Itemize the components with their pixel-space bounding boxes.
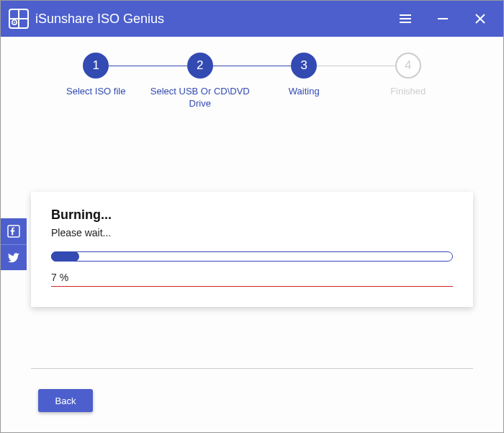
step-label: Waiting — [289, 86, 320, 98]
progress-title: Burning... — [51, 207, 453, 223]
step-circle: 3 — [291, 53, 317, 79]
twitter-icon[interactable] — [1, 244, 27, 270]
step-label: Select USB Or CD\DVD Drive — [150, 86, 251, 110]
svg-marker-11 — [1, 303, 231, 432]
step-2: 2 Select USB Or CD\DVD Drive — [148, 53, 253, 110]
step-3: 3 Waiting — [252, 53, 356, 98]
back-button[interactable]: Back — [38, 389, 93, 412]
step-label: Finished — [390, 86, 426, 98]
progress-percent: 7 % — [51, 272, 453, 283]
progress-bar — [51, 251, 453, 262]
step-circle: 4 — [395, 53, 421, 79]
app-logo-icon — [8, 8, 30, 30]
app-window: iSunshare ISO Genius 1 Select ISO file 2… — [0, 0, 504, 433]
footer-divider — [31, 368, 473, 369]
svg-marker-14 — [289, 353, 504, 432]
app-title: iSunshare ISO Genius — [35, 12, 397, 27]
menu-icon[interactable] — [397, 10, 414, 27]
social-sidebar — [1, 218, 27, 270]
minimize-icon[interactable] — [434, 10, 451, 27]
step-indicator: 1 Select ISO file 2 Select USB Or CD\DVD… — [1, 53, 503, 110]
progress-panel: Burning... Please wait... 7 % — [31, 192, 473, 307]
title-bar: iSunshare ISO Genius — [1, 1, 503, 37]
window-controls — [397, 10, 496, 27]
svg-marker-13 — [130, 367, 346, 432]
step-label: Select ISO file — [66, 86, 125, 98]
step-circle: 1 — [83, 53, 109, 79]
svg-marker-12 — [1, 310, 166, 432]
progress-underline — [51, 286, 453, 287]
progress-bar-fill — [51, 251, 79, 262]
step-4: 4 Finished — [356, 53, 461, 98]
step-circle: 2 — [187, 53, 213, 79]
facebook-icon[interactable] — [1, 218, 27, 244]
step-1: 1 Select ISO file — [44, 53, 148, 98]
background-illustration — [1, 303, 504, 432]
svg-point-4 — [14, 22, 15, 23]
progress-subtitle: Please wait... — [51, 227, 453, 238]
close-icon[interactable] — [472, 10, 489, 27]
